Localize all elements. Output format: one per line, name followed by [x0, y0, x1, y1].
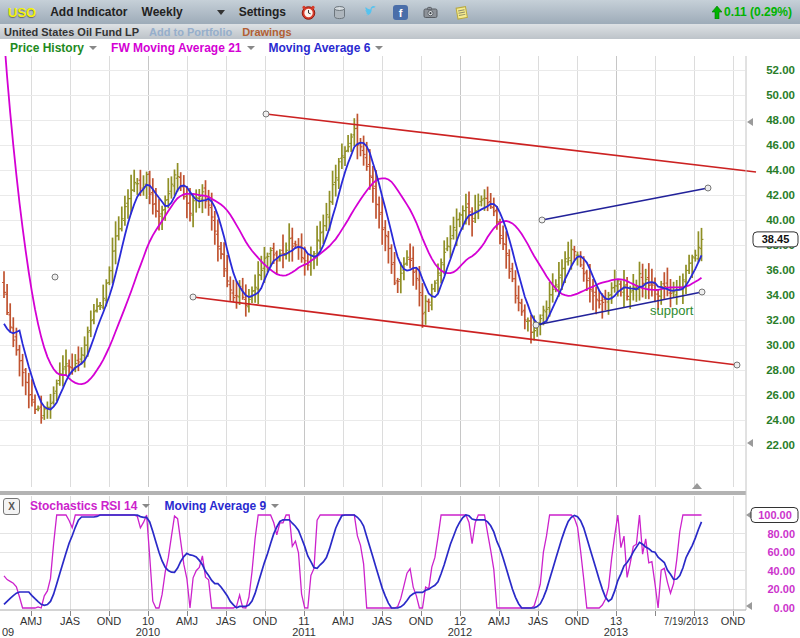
support-annotation[interactable]: support	[650, 303, 694, 318]
quarter-label: AMJ	[20, 615, 42, 627]
stoch-axis-label: 60.00	[767, 546, 795, 558]
drawing-handle[interactable]	[699, 289, 705, 295]
drawing-handle[interactable]	[52, 274, 58, 280]
quarter-label: JAS	[372, 615, 392, 627]
price-history-label: Price History	[10, 41, 84, 55]
ma6-caret-icon[interactable]	[375, 46, 383, 50]
price-axis-label: 30.00	[766, 339, 795, 351]
price-axis-label: 40.00	[766, 214, 795, 226]
drawing-handle[interactable]	[734, 362, 740, 368]
stoch-axis-label: 0.00	[774, 602, 795, 614]
change-text: 0.11 (0.29%)	[724, 5, 792, 19]
panel-separator[interactable]	[0, 491, 746, 495]
drawing-handle[interactable]	[533, 322, 539, 328]
twitter-icon[interactable]	[362, 4, 379, 21]
price-axis-label: 22.00	[766, 439, 795, 451]
ma21-dropdown[interactable]: FW Moving Average 21	[111, 41, 262, 55]
price-history-dropdown[interactable]: Price History	[10, 41, 105, 55]
ma21-label: FW Moving Average 21	[111, 41, 241, 55]
year-label: 2012	[448, 626, 472, 638]
camera-icon[interactable]	[422, 4, 439, 21]
quarter-label: 7/19/2013	[664, 616, 709, 627]
drawing-handle[interactable]	[705, 185, 711, 191]
time-axis[interactable]: AMJJASOND10AMJJASOND11AMJJASOND12AMJJASO…	[2, 611, 745, 638]
price-axis-label: 24.00	[766, 414, 795, 426]
stoch-caret-icon[interactable]	[142, 504, 150, 508]
stoch-ma-label: Moving Average 9	[164, 499, 266, 513]
drawing-handle[interactable]	[263, 111, 269, 117]
price-axis-label: 44.00	[766, 164, 795, 176]
trendline-rising-resistance[interactable]	[542, 188, 708, 220]
drawings-link[interactable]: Drawings	[242, 26, 292, 38]
close-panel-button[interactable]: X	[3, 498, 20, 515]
year-label: 2010	[136, 626, 160, 638]
quarter-label: AMJ	[332, 615, 354, 627]
stoch-panel-header: X Stochastics RSI 14 Moving Average 9	[3, 498, 287, 514]
year-label: 09	[2, 626, 14, 638]
price-axis[interactable]: 52.0050.0048.0046.0044.0042.0040.0038.00…	[692, 64, 795, 489]
ma21-caret-icon[interactable]	[247, 46, 255, 50]
current-price-tag: 38.45	[753, 232, 798, 247]
main-toolbar: USO Add Indicator Weekly Settings f 0.11…	[0, 0, 800, 25]
drawing-handle[interactable]	[539, 217, 545, 223]
quarter-label: JAS	[60, 615, 80, 627]
period-caret-icon[interactable]	[217, 10, 225, 15]
quarter-label: OND	[97, 615, 122, 627]
settings-button[interactable]: Settings	[239, 5, 286, 19]
stoch-axis[interactable]: 100.0080.0060.0040.0020.000.00100.00	[746, 508, 798, 615]
quarter-label: AMJ	[488, 615, 510, 627]
symbol-label: USO	[8, 5, 36, 20]
price-axis-label: 42.00	[766, 189, 795, 201]
price-axis-label: 46.00	[766, 139, 795, 151]
main-chart-header: Price History FW Moving Average 21 Movin…	[0, 39, 800, 56]
price-axis-label: 52.00	[766, 64, 795, 76]
stoch-label: Stochastics RSI 14	[30, 499, 137, 513]
year-label: 2013	[604, 626, 628, 638]
symbol-bar: United States Oil Fund LP Add to Portfol…	[0, 24, 800, 40]
up-arrow-icon	[712, 6, 722, 19]
quarter-label: JAS	[528, 615, 548, 627]
instrument-name: United States Oil Fund LP	[4, 26, 139, 38]
alarm-clock-icon[interactable]	[300, 4, 317, 21]
price-axis-label: 34.00	[766, 289, 795, 301]
price-axis-label: 50.00	[766, 89, 795, 101]
add-to-portfolio-link[interactable]: Add to Portfolio	[149, 26, 232, 38]
year-label: 2011	[292, 626, 316, 638]
period-dropdown[interactable]: Weekly	[142, 5, 225, 19]
stoch-axis-label: 80.00	[767, 528, 795, 540]
ma6-dropdown[interactable]: Moving Average 6	[269, 41, 392, 55]
svg-text:100.00: 100.00	[758, 509, 792, 521]
price-axis-label: 48.00	[766, 114, 795, 126]
stoch-axis-label: 40.00	[767, 565, 795, 577]
database-icon[interactable]	[331, 4, 348, 21]
facebook-icon[interactable]: f	[393, 5, 408, 20]
stoch-axis-label: 20.00	[767, 583, 795, 595]
drawing-handle[interactable]	[190, 294, 196, 300]
facebook-glyph: f	[399, 6, 403, 20]
quarter-label: OND	[565, 615, 590, 627]
stoch-dropdown[interactable]: Stochastics RSI 14	[30, 499, 158, 513]
quarter-label: JAS	[216, 615, 236, 627]
notes-icon[interactable]	[453, 4, 470, 21]
price-history-caret-icon[interactable]	[89, 46, 97, 50]
trendlines[interactable]: support	[52, 111, 756, 368]
quarter-label: AMJ	[176, 615, 198, 627]
gridlines	[0, 56, 745, 610]
svg-text:38.45: 38.45	[762, 233, 790, 245]
chart-canvas[interactable]: support52.0050.0048.0046.0044.0042.0040.…	[0, 0, 800, 638]
quarter-label: OND	[721, 615, 746, 627]
daily-change: 0.11 (0.29%)	[712, 5, 792, 19]
quarter-label: OND	[409, 615, 434, 627]
price-axis-label: 26.00	[766, 389, 795, 401]
price-axis-label: 28.00	[766, 364, 795, 376]
candlesticks[interactable]	[2, 114, 703, 424]
add-indicator-button[interactable]: Add Indicator	[50, 5, 127, 19]
period-label: Weekly	[142, 5, 183, 19]
stoch-ma-caret-icon[interactable]	[271, 504, 279, 508]
price-axis-label: 36.00	[766, 264, 795, 276]
quarter-label: OND	[253, 615, 278, 627]
stoch-ma-dropdown[interactable]: Moving Average 9	[164, 499, 287, 513]
price-axis-label: 32.00	[766, 314, 795, 326]
ma6-label: Moving Average 6	[269, 41, 371, 55]
